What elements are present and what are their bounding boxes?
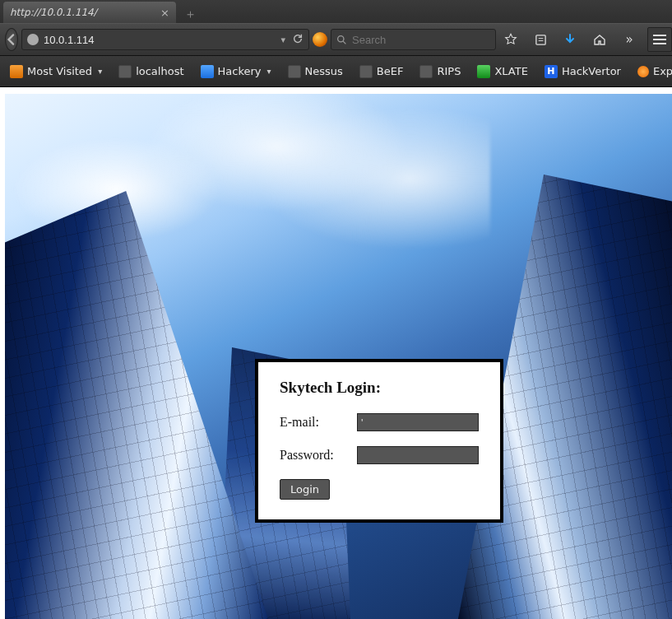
bookmark-label: localhost bbox=[136, 65, 183, 77]
bookmark-beef[interactable]: BeEF bbox=[353, 63, 410, 81]
page-icon bbox=[288, 65, 301, 78]
chevron-down-icon: ▾ bbox=[98, 67, 102, 76]
page-icon bbox=[419, 65, 433, 78]
reload-icon[interactable] bbox=[292, 32, 304, 48]
login-heading: Skytech Login: bbox=[280, 379, 479, 397]
bookmark-most-visited[interactable]: Most Visited ▾ bbox=[3, 63, 109, 81]
email-field[interactable] bbox=[357, 413, 479, 431]
page-viewport: Skytech Login: E-mail: Password: Login bbox=[0, 87, 672, 619]
firefox-icon[interactable] bbox=[313, 28, 327, 51]
password-label: Password: bbox=[280, 448, 350, 463]
bookmarks-toolbar: Most Visited ▾ localhost Hackery ▾ Nessu… bbox=[0, 56, 672, 87]
downloads-icon[interactable] bbox=[558, 28, 582, 51]
new-tab-button[interactable]: ＋ bbox=[181, 5, 199, 23]
chevron-down-icon: ▾ bbox=[267, 67, 271, 76]
bookmark-label: Hackery bbox=[218, 65, 262, 77]
login-button[interactable]: Login bbox=[280, 479, 330, 500]
toolbar-overflow-icon[interactable]: » bbox=[618, 28, 641, 51]
page-icon bbox=[477, 65, 490, 78]
back-button[interactable] bbox=[5, 28, 18, 51]
page-background bbox=[5, 94, 672, 619]
folder-icon bbox=[201, 65, 214, 78]
bookmark-xlate[interactable]: XLATE bbox=[470, 63, 535, 81]
tab-strip: http://10.0.1.114/ × ＋ bbox=[0, 0, 672, 23]
page-icon: H bbox=[545, 65, 558, 78]
url-input[interactable] bbox=[44, 34, 276, 46]
search-input[interactable] bbox=[352, 34, 490, 46]
password-field[interactable] bbox=[357, 446, 479, 464]
bookmark-label: XLATE bbox=[494, 65, 528, 77]
bookmark-rips[interactable]: RIPS bbox=[413, 63, 467, 81]
building-graphic bbox=[5, 191, 268, 619]
hamburger-icon bbox=[653, 39, 666, 40]
search-bar[interactable] bbox=[331, 29, 496, 50]
bookmark-hackvertor[interactable]: H HackVertor bbox=[538, 63, 628, 81]
tab-title: http://10.0.1.114/ bbox=[10, 7, 97, 18]
svg-line-1 bbox=[343, 41, 345, 44]
login-form: Skytech Login: E-mail: Password: Login bbox=[255, 359, 503, 523]
bookmark-hackery[interactable]: Hackery ▾ bbox=[194, 63, 278, 81]
nav-toolbar: ▾ » bbox=[0, 23, 672, 56]
bookmark-label: Exploit-DB bbox=[653, 65, 672, 77]
bookmark-label: BeEF bbox=[377, 65, 404, 77]
email-label: E-mail: bbox=[280, 415, 350, 430]
browser-tab[interactable]: http://10.0.1.114/ × bbox=[3, 2, 176, 23]
bookmark-label: Nessus bbox=[305, 65, 343, 77]
page-icon bbox=[637, 66, 649, 77]
reading-list-icon[interactable] bbox=[529, 28, 552, 51]
svg-point-0 bbox=[338, 35, 344, 41]
bookmark-label: Most Visited bbox=[27, 65, 92, 77]
bookmark-label: RIPS bbox=[437, 65, 461, 77]
page-icon bbox=[359, 65, 373, 78]
close-tab-icon[interactable]: × bbox=[160, 7, 169, 19]
bookmark-exploit-db[interactable]: Exploit-DB bbox=[631, 63, 672, 80]
bookmark-localhost[interactable]: localhost bbox=[112, 63, 190, 81]
menu-button[interactable] bbox=[647, 27, 672, 52]
svg-rect-2 bbox=[535, 35, 545, 44]
page-icon bbox=[118, 65, 132, 78]
folder-icon bbox=[10, 65, 23, 78]
home-icon[interactable] bbox=[588, 28, 611, 51]
bookmark-star-icon[interactable] bbox=[499, 28, 522, 51]
url-bar[interactable]: ▾ bbox=[21, 29, 309, 50]
bookmark-label: HackVertor bbox=[562, 65, 621, 77]
search-icon bbox=[336, 35, 347, 45]
bookmark-nessus[interactable]: Nessus bbox=[281, 63, 350, 81]
site-identity-icon[interactable] bbox=[27, 34, 39, 45]
dropdown-history-icon[interactable]: ▾ bbox=[280, 35, 285, 45]
